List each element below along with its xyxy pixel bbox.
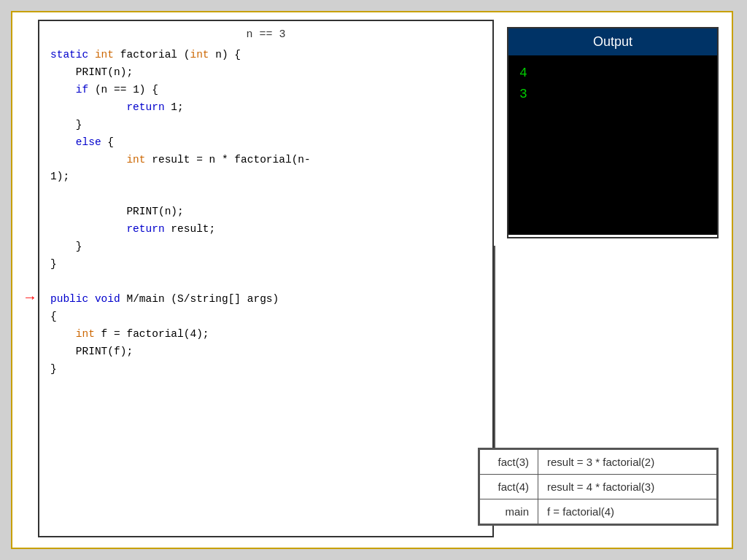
stack-value-fact4: result = 4 * factorial(3) [538,475,717,499]
output-line-2: 3 [519,84,706,105]
output-body: 4 3 [508,55,717,235]
stack-row-main: main f = factorial(4) [480,499,717,524]
stack-label-fact3: fact(3) [480,450,538,475]
arrow-indicator: → [26,289,34,306]
n-equals-label: n == 3 [50,28,481,41]
stack-value-fact3: result = 3 * factorial(2) [538,450,717,475]
output-panel: Output 4 3 [507,27,719,238]
stack-value-main: f = factorial(4) [538,499,717,524]
stack-row-fact4: fact(4) result = 4 * factorial(3) [480,475,717,499]
stack-label-fact4: fact(4) [480,475,538,499]
call-stack-table: fact(3) result = 3 * factorial(2) fact(4… [478,448,719,526]
code-block: static int factorial (int n) { PRINT(n);… [50,47,481,378]
outer-container: → n == 3 static int factorial (int n) { … [11,11,733,549]
code-area: static int factorial (int n) { PRINT(n);… [50,47,481,378]
stack-row-fact3: fact(3) result = 3 * factorial(2) [480,450,717,475]
code-panel: n == 3 static int factorial (int n) { PR… [38,20,494,537]
stack-label-main: main [480,499,538,524]
output-line-1: 4 [519,63,706,84]
output-header: Output [508,28,717,55]
